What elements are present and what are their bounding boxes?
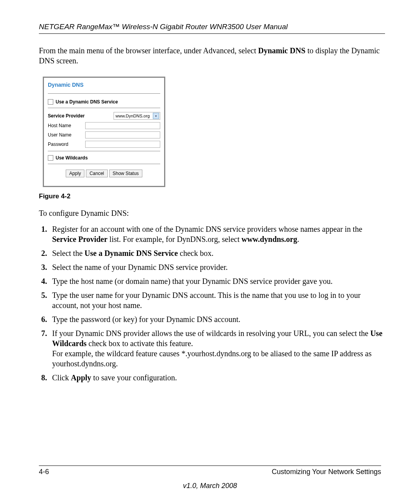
password-label: Password <box>48 142 85 147</box>
service-provider-label: Service Provider <box>48 113 85 119</box>
use-dynamic-dns-checkbox[interactable] <box>48 99 53 105</box>
password-input[interactable] <box>85 141 160 148</box>
step-1-bold-1: Service Provider <box>52 235 107 243</box>
step-8: Click Apply to save your configuration. <box>49 373 385 383</box>
step-2-pre: Select the <box>52 249 84 257</box>
host-name-label: Host Name <box>48 123 85 128</box>
steps-list: Register for an account with one of the … <box>39 224 385 383</box>
dynamic-dns-panel: Dynamic DNS Use a Dynamic DNS Service Se… <box>43 77 165 187</box>
step-4: Type the host name (or domain name) that… <box>49 276 385 286</box>
panel-title: Dynamic DNS <box>48 82 160 88</box>
step-1-mid: list. For example, for DynDNS.org, selec… <box>107 235 242 243</box>
figure-caption: Figure 4-2 <box>39 192 385 200</box>
step-1-post: . <box>297 235 299 243</box>
intro-bold: Dynamic DNS <box>258 46 306 55</box>
use-dynamic-dns-row: Use a Dynamic DNS Service <box>48 99 160 105</box>
step-3: Select the name of your Dynamic DNS serv… <box>49 262 385 272</box>
use-dynamic-dns-label: Use a Dynamic DNS Service <box>56 99 118 105</box>
user-name-input[interactable] <box>85 131 160 138</box>
step-5: Type the user name for your Dynamic DNS … <box>49 290 385 310</box>
running-header: NETGEAR RangeMax™ Wireless-N Gigabit Rou… <box>39 23 385 34</box>
use-wildcards-label: Use Wildcards <box>56 155 88 161</box>
step-1-pre: Register for an account with one of the … <box>52 225 362 233</box>
show-status-button[interactable]: Show Status <box>109 170 142 177</box>
intro-pre: From the main menu of the browser interf… <box>39 46 258 55</box>
cancel-button[interactable]: Cancel <box>86 170 107 177</box>
step-1: Register for an account with one of the … <box>49 224 385 244</box>
footer-version: v1.0, March 2008 <box>0 482 420 490</box>
footer-section: Customizing Your Network Settings <box>272 468 381 476</box>
footer-row: 4-6 Customizing Your Network Settings <box>39 468 381 476</box>
step-8-bold: Apply <box>71 373 91 382</box>
step-2-post: check box. <box>178 249 214 257</box>
use-wildcards-checkbox[interactable] <box>48 155 53 161</box>
use-wildcards-row: Use Wildcards <box>48 155 160 161</box>
host-name-input[interactable] <box>85 122 160 129</box>
footer-divider <box>39 466 381 466</box>
step-7: If your Dynamic DNS provider allows the … <box>49 328 385 369</box>
service-provider-select[interactable]: www.DynDNS.org ▾ <box>114 112 160 120</box>
step-7-post: For example, the wildcard feature causes… <box>52 349 371 368</box>
user-name-label: User Name <box>48 132 85 138</box>
configure-heading: To configure Dynamic DNS: <box>39 209 385 218</box>
service-provider-value: www.DynDNS.org <box>116 114 150 118</box>
step-7-pre: If your Dynamic DNS provider allows the … <box>52 329 370 338</box>
step-8-pre: Click <box>52 373 71 382</box>
step-8-post: to save your configuration. <box>91 373 177 382</box>
step-2-bold: Use a Dynamic DNS Service <box>84 249 178 257</box>
step-7-mid: check box to activate this feature. <box>87 339 193 348</box>
step-2: Select the Use a Dynamic DNS Service che… <box>49 248 385 258</box>
step-6: Type the password (or key) for your Dyna… <box>49 314 385 324</box>
apply-button[interactable]: Apply <box>66 170 84 177</box>
page-number: 4-6 <box>39 468 49 476</box>
step-1-bold-2: www.dyndns.org <box>242 235 297 243</box>
chevron-down-icon: ▾ <box>153 113 159 119</box>
intro-paragraph: From the main menu of the browser interf… <box>39 46 385 66</box>
